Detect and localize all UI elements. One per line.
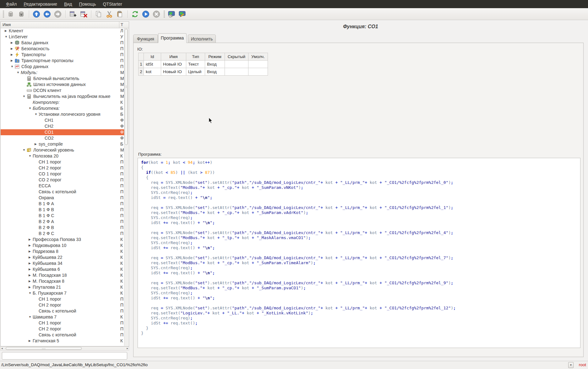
tab-исполнить[interactable]: Исполнить — [188, 35, 216, 43]
io-cell[interactable]: kot — [144, 68, 161, 76]
menu-вид[interactable]: Вид — [61, 0, 75, 8]
tree-collapsed-icon[interactable]: ▶ — [29, 338, 31, 344]
scroll-left-icon[interactable]: ◂ — [1, 346, 3, 350]
tree-collapsed-icon[interactable]: ▶ — [29, 254, 31, 260]
tree-column-type[interactable]: Т — [121, 22, 123, 27]
tree-item-м-посадская-8[interactable]: ▶М. Посадская 8К — [1, 278, 124, 284]
save-icon[interactable] — [17, 9, 27, 19]
tree-item-ch-1-порог[interactable]: CH 1 порогП — [1, 320, 124, 326]
tree-expanded-icon[interactable]: ▼ — [23, 147, 25, 153]
tree-collapsed-icon[interactable]: ▶ — [11, 46, 13, 52]
tree-item-сбор-данных[interactable]: ▼Сбор данныхП — [1, 64, 124, 70]
tree-horizontal-scrollbar-thumb[interactable] — [6, 347, 82, 350]
tree-collapsed-icon[interactable]: ▶ — [5, 28, 7, 34]
tree-item-sys_compile[interactable]: ▶sys_compileБ — [1, 141, 124, 147]
tree-item-связь-с-котельной[interactable]: Связь с котельнойП — [1, 332, 124, 338]
io-cell[interactable]: Целый — [186, 68, 205, 76]
tree-item-ch-1-порог[interactable]: CH 1 порогП — [1, 159, 124, 165]
paste-icon[interactable] — [115, 9, 125, 19]
dev-tools-icon[interactable] — [167, 9, 177, 19]
tree-item-куйбышева-22[interactable]: ▶Куйбышева 22К — [1, 254, 124, 260]
tree-collapsed-icon[interactable]: ▶ — [29, 278, 31, 284]
tree-item-куйбышева-6[interactable]: ▶Куйбышева 6К — [1, 266, 124, 272]
tree-item-логический-уровень[interactable]: ▼Логический уровеньМ — [1, 147, 124, 153]
tree-item-в-2-ф-а[interactable]: В 2 Ф АП — [1, 219, 124, 225]
tree-item-ch2[interactable]: CH2Ф — [1, 123, 124, 129]
tree-expanded-icon[interactable]: ▼ — [11, 64, 14, 70]
tree-item-есса[interactable]: ЕССАП — [1, 183, 124, 189]
tree-item-базы-данных[interactable]: ▶Базы данныхП — [1, 40, 124, 46]
tree-expanded-icon[interactable]: ▼ — [29, 314, 31, 320]
tree-item-шлюз-источников-данных[interactable]: Шлюз источников данныхМ — [1, 82, 124, 88]
tree-expanded-icon[interactable]: ▼ — [5, 34, 8, 40]
stop-icon[interactable] — [152, 9, 162, 19]
tree-column-name[interactable]: Имя — [3, 22, 11, 27]
tab-программа[interactable]: Программа — [158, 33, 187, 43]
tree-item-плуталова-21[interactable]: ▶Плуталова 21К — [1, 284, 124, 290]
io-cell[interactable] — [225, 61, 248, 68]
tree-item-co1[interactable]: CO1Ф — [1, 129, 124, 135]
tree-collapsed-icon[interactable]: ▶ — [11, 52, 13, 58]
tree-expanded-icon[interactable]: ▼ — [29, 105, 31, 111]
tree-collapsed-icon[interactable]: ▶ — [29, 266, 31, 272]
copy-icon[interactable] — [94, 9, 104, 19]
tree-item-ch-1-порог[interactable]: CH 1 порогП — [1, 296, 124, 302]
io-cell[interactable]: Новый IO — [161, 61, 186, 68]
tree-collapsed-icon[interactable]: ▶ — [11, 40, 13, 46]
tree-collapsed-icon[interactable]: ▶ — [11, 58, 13, 64]
tree-item-блочный-вычислитель[interactable]: Блочный вычислительМ — [1, 76, 124, 82]
tree-expanded-icon[interactable]: ▼ — [35, 111, 37, 117]
io-cell[interactable]: Текст — [186, 61, 205, 68]
tree-item-б-пушкарская-7[interactable]: ▼Б. Пушкарская 7К — [1, 290, 124, 296]
tree-column-divider[interactable] — [119, 22, 119, 28]
tree-item-охрана[interactable]: ОхранаП — [1, 195, 124, 201]
tree-item-ch-2-порог[interactable]: CH 2 порогП — [1, 165, 124, 171]
tree-item-ch-2-порог[interactable]: CH 2 порогП — [1, 302, 124, 308]
menu-помощь[interactable]: Помощь — [75, 0, 99, 8]
tree-item-связь-с-котельной[interactable]: Связь с котельнойП — [1, 189, 124, 195]
io-cell[interactable] — [248, 61, 268, 68]
toolbar-handle[interactable] — [164, 11, 165, 18]
scroll-right-icon[interactable]: ▸ — [127, 346, 128, 350]
tree-item-полозова-20[interactable]: ▼Полозова 20К — [1, 153, 124, 159]
tree-item-linserver[interactable]: ▼LinServerУ — [1, 34, 124, 40]
tree-expanded-icon[interactable]: ▼ — [29, 153, 31, 159]
tree-vertical-scrollbar[interactable] — [124, 28, 128, 346]
tree-item-модуль-[interactable]: ▼Модуль:М — [1, 70, 124, 76]
tree-item-в-1-ф-в[interactable]: В 1 Ф ВП — [1, 207, 124, 213]
tree-item-dcon-клиент[interactable]: DCONDCON клиентМ — [1, 88, 124, 94]
forward-icon[interactable] — [53, 9, 63, 19]
tree-item-co-2-порог[interactable]: CO 2 порогП — [1, 177, 124, 183]
dev-edit-icon[interactable] — [177, 9, 188, 19]
tree-collapsed-icon[interactable]: ▶ — [29, 249, 31, 254]
tree-collapsed-icon[interactable]: ▶ — [29, 284, 31, 290]
io-cell[interactable]: Вход — [205, 61, 225, 68]
tree-item-куйбышева-34[interactable]: ▶Куйбышева 34К — [1, 260, 124, 266]
tree-collapsed-icon[interactable]: ▶ — [29, 260, 31, 266]
tree-expanded-icon[interactable]: ▼ — [29, 290, 31, 296]
tree-item-шамшева-7[interactable]: ▼Шамшева 7К — [1, 314, 124, 320]
tree-collapsed-icon[interactable]: ▶ — [29, 237, 31, 243]
menu-qtstarter[interactable]: QTStarter — [100, 0, 126, 8]
up-icon[interactable] — [32, 9, 42, 19]
tree-item-подрезова-8[interactable]: ▶Подрезова 8К — [1, 249, 124, 254]
cut-icon[interactable] — [105, 9, 115, 19]
tree-item-в-1-ф-а[interactable]: В 1 Ф АП — [1, 201, 124, 207]
remove-item-icon[interactable] — [79, 9, 89, 19]
toolbar-handle[interactable] — [3, 11, 4, 18]
refresh-icon[interactable] — [130, 9, 140, 19]
menu-редактирование[interactable]: Редактирование — [20, 0, 61, 8]
tree-item-библиотека-[interactable]: ▼Библиотека:Б — [1, 105, 124, 111]
tree-item-co-1-порог[interactable]: CO 1 порогП — [1, 171, 124, 177]
tree-item-м-посадская-18[interactable]: ▶М. Посадская 18К — [1, 272, 124, 278]
tab-функция[interactable]: Функция — [133, 35, 158, 43]
tree-item-в-1-ф-с[interactable]: В 1 Ф СП — [1, 213, 124, 219]
io-cell[interactable]: Новый IO — [161, 68, 186, 76]
tree-item-транспортные-протоколы[interactable]: ▶Транспортные протоколыП — [1, 58, 124, 64]
io-cell[interactable]: idSt — [144, 61, 161, 68]
tree-collapsed-icon[interactable]: ▶ — [35, 141, 37, 147]
program-code-editor[interactable]: for(kot = 1; kot < 94; kot++){ if((kot <… — [138, 158, 580, 348]
tree-horizontal-scrollbar[interactable]: ◂ ▸ — [0, 346, 129, 350]
tree-item-co2[interactable]: CO2Ф — [1, 135, 124, 141]
io-cell[interactable]: Вход — [205, 68, 225, 76]
